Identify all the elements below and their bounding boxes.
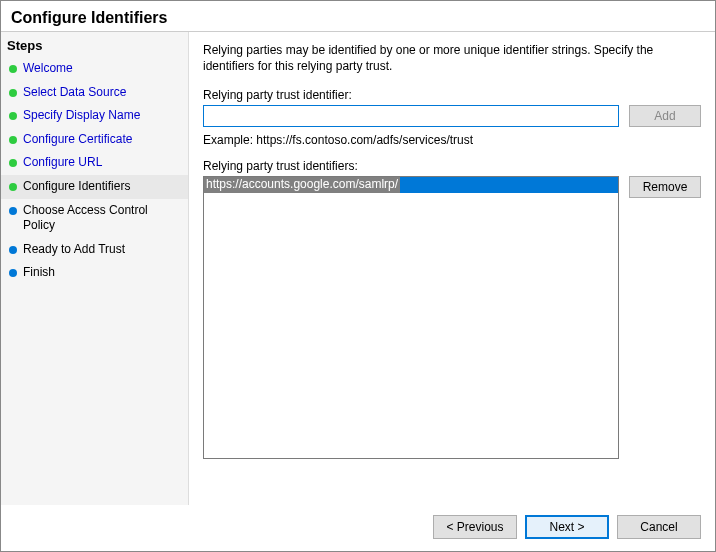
bullet-icon [9, 269, 17, 277]
panel-description: Relying parties may be identified by one… [203, 42, 701, 74]
identifier-input[interactable] [203, 105, 619, 127]
main-panel: Relying parties may be identified by one… [189, 32, 715, 505]
bullet-icon [9, 207, 17, 215]
step-choose-access-control-policy: Choose Access Control Policy [1, 199, 188, 238]
bullet-icon [9, 112, 17, 120]
list-item[interactable]: https://accounts.google.com/samlrp/ [204, 177, 618, 193]
step-label: Configure Certificate [23, 132, 132, 148]
bullet-icon [9, 89, 17, 97]
step-configure-url[interactable]: Configure URL [1, 151, 188, 175]
step-ready-to-add-trust: Ready to Add Trust [1, 238, 188, 262]
bullet-icon [9, 183, 17, 191]
dialog-title: Configure Identifiers [1, 1, 715, 31]
identifier-input-label: Relying party trust identifier: [203, 88, 701, 102]
step-configure-identifiers: Configure Identifiers [1, 175, 188, 199]
identifier-example-text: Example: https://fs.contoso.com/adfs/ser… [203, 133, 701, 147]
step-label: Choose Access Control Policy [23, 203, 180, 234]
cancel-button[interactable]: Cancel [617, 515, 701, 539]
step-label: Specify Display Name [23, 108, 140, 124]
add-button[interactable]: Add [629, 105, 701, 127]
steps-header: Steps [1, 36, 188, 57]
bullet-icon [9, 159, 17, 167]
identifiers-listbox[interactable]: https://accounts.google.com/samlrp/ [203, 176, 619, 459]
previous-button[interactable]: < Previous [433, 515, 517, 539]
wizard-footer: < Previous Next > Cancel [1, 505, 715, 551]
step-specify-display-name[interactable]: Specify Display Name [1, 104, 188, 128]
step-configure-certificate[interactable]: Configure Certificate [1, 128, 188, 152]
step-finish: Finish [1, 261, 188, 285]
step-select-data-source[interactable]: Select Data Source [1, 81, 188, 105]
wizard-window: Configure Identifiers Steps Welcome Sele… [0, 0, 716, 552]
identifiers-listbox-label: Relying party trust identifiers: [203, 159, 701, 173]
step-label: Welcome [23, 61, 73, 77]
next-button[interactable]: Next > [525, 515, 609, 539]
bullet-icon [9, 136, 17, 144]
step-label: Select Data Source [23, 85, 126, 101]
step-label: Configure Identifiers [23, 179, 130, 195]
step-welcome[interactable]: Welcome [1, 57, 188, 81]
list-item-text: https://accounts.google.com/samlrp/ [204, 177, 400, 193]
bullet-icon [9, 65, 17, 73]
step-label: Finish [23, 265, 55, 281]
list-item-selection-fill [400, 177, 618, 193]
content-area: Steps Welcome Select Data Source Specify… [1, 31, 715, 505]
remove-button[interactable]: Remove [629, 176, 701, 198]
steps-sidebar: Steps Welcome Select Data Source Specify… [1, 32, 189, 505]
step-label: Ready to Add Trust [23, 242, 125, 258]
bullet-icon [9, 246, 17, 254]
step-label: Configure URL [23, 155, 102, 171]
